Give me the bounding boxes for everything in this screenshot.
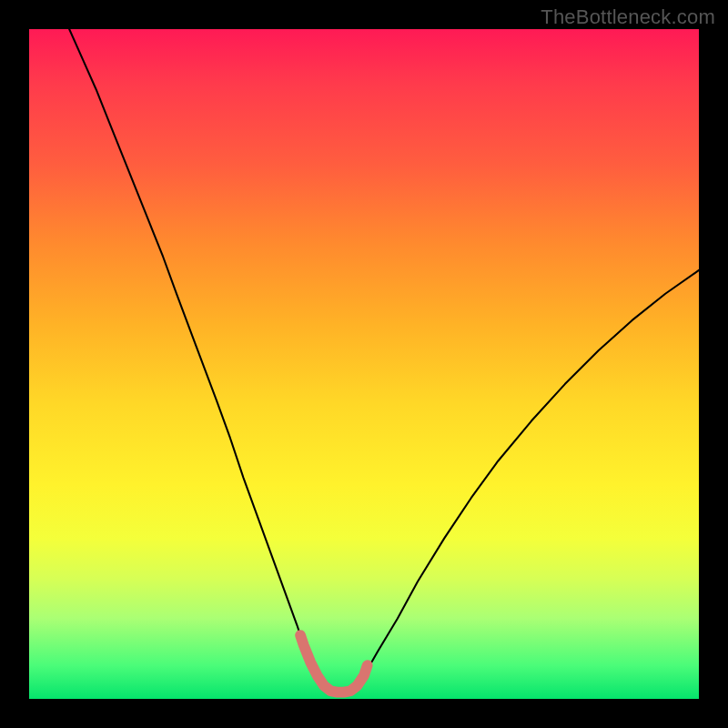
optimal-range-highlight bbox=[29, 29, 699, 699]
chart-frame: TheBottleneck.com bbox=[0, 0, 728, 728]
chart-plot-area bbox=[29, 29, 699, 699]
watermark-text: TheBottleneck.com bbox=[541, 5, 715, 29]
